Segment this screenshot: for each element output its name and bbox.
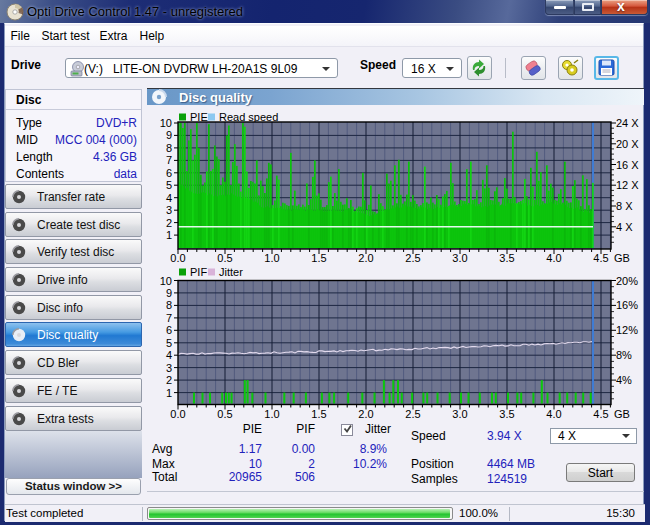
svg-text:1.0: 1.0 — [264, 252, 279, 264]
svg-text:6: 6 — [166, 167, 172, 179]
svg-text:3: 3 — [166, 362, 172, 374]
svg-text:5: 5 — [166, 337, 172, 349]
svg-text:3: 3 — [166, 204, 172, 216]
svg-text:10: 10 — [160, 275, 172, 287]
svg-text:2: 2 — [166, 374, 172, 386]
svg-text:4: 4 — [166, 349, 172, 361]
svg-text:24 X: 24 X — [616, 117, 639, 129]
svg-text:1: 1 — [166, 387, 172, 399]
svg-text:8: 8 — [166, 142, 172, 154]
svg-text:9: 9 — [166, 129, 172, 141]
svg-text:4.5: 4.5 — [593, 408, 608, 420]
svg-text:GB: GB — [614, 252, 630, 264]
svg-text:2.0: 2.0 — [358, 252, 373, 264]
svg-text:7: 7 — [166, 312, 172, 324]
svg-text:8: 8 — [166, 299, 172, 311]
svg-text:6: 6 — [166, 324, 172, 336]
svg-text:0.5: 0.5 — [217, 252, 232, 264]
svg-text:4 X: 4 X — [616, 221, 633, 233]
svg-text:1.5: 1.5 — [311, 252, 326, 264]
svg-text:2.0: 2.0 — [358, 408, 373, 420]
svg-text:2: 2 — [166, 217, 172, 229]
svg-text:3.5: 3.5 — [499, 408, 514, 420]
svg-text:4: 4 — [166, 192, 172, 204]
svg-text:Read speed: Read speed — [219, 111, 278, 123]
svg-text:PIE: PIE — [190, 111, 208, 123]
svg-text:8 X: 8 X — [616, 200, 633, 212]
svg-text:4.5: 4.5 — [593, 252, 608, 264]
svg-text:20 X: 20 X — [616, 138, 639, 150]
svg-text:7: 7 — [166, 154, 172, 166]
svg-text:3.0: 3.0 — [452, 408, 467, 420]
svg-text:0.0: 0.0 — [170, 252, 185, 264]
svg-text:Jitter: Jitter — [219, 266, 243, 278]
svg-text:2.5: 2.5 — [405, 252, 420, 264]
svg-text:3.5: 3.5 — [499, 252, 514, 264]
svg-text:1.0: 1.0 — [264, 408, 279, 420]
svg-text:8%: 8% — [616, 349, 632, 361]
svg-text:10: 10 — [160, 117, 172, 129]
svg-text:0.5: 0.5 — [217, 408, 232, 420]
svg-text:4.0: 4.0 — [546, 252, 561, 264]
svg-text:20%: 20% — [616, 275, 638, 287]
svg-text:12 X: 12 X — [616, 179, 639, 191]
svg-text:4.0: 4.0 — [546, 408, 561, 420]
svg-text:5: 5 — [166, 179, 172, 191]
svg-text:0.0: 0.0 — [170, 408, 185, 420]
svg-text:1: 1 — [166, 229, 172, 241]
svg-text:1.5: 1.5 — [311, 408, 326, 420]
svg-text:PIF: PIF — [190, 266, 207, 278]
svg-text:16%: 16% — [616, 299, 638, 311]
svg-text:9: 9 — [166, 287, 172, 299]
svg-text:3.0: 3.0 — [452, 252, 467, 264]
svg-text:2.5: 2.5 — [405, 408, 420, 420]
svg-text:4%: 4% — [616, 374, 632, 386]
svg-text:GB: GB — [614, 408, 630, 420]
svg-text:12%: 12% — [616, 324, 638, 336]
svg-text:16 X: 16 X — [616, 159, 639, 171]
